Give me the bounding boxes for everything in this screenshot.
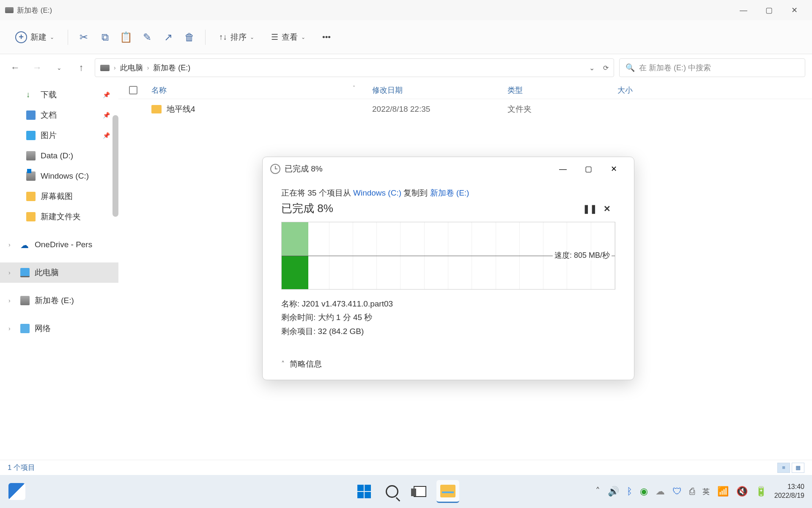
sidebar: ↓下载📌 文档📌 图片📌 Data (D:) Windows (C:) 屏幕截图… [0,81,118,460]
sidebar-documents[interactable]: 文档📌 [0,105,118,125]
sort-indicator-icon: ˄ [353,85,355,91]
item-count: 1 个项目 [8,463,35,472]
plus-icon: + [15,31,27,43]
dialog-titlebar: 已完成 8% — ▢ ✕ [263,157,634,181]
dest-link[interactable]: 新加卷 (E:) [430,188,469,197]
pin-icon: 📌 [103,112,110,119]
chevron-right-icon[interactable]: › [8,297,11,304]
address-bar[interactable]: › 此电脑 › 新加卷 (E:) ⌄ ⟳ [95,58,614,77]
pin-icon: 📌 [103,132,110,139]
sidebar-windows-c[interactable]: Windows (C:) [0,166,118,186]
nav-row: ← → ⌄ ↑ › 此电脑 › 新加卷 (E:) ⌄ ⟳ 🔍 在 新加卷 (E:… [0,54,812,81]
pause-button[interactable]: ❚❚ [582,204,598,214]
delete-button[interactable]: 🗑 [184,32,195,43]
ime-indicator[interactable]: 英 [702,487,710,497]
clock-button[interactable]: 13:40 2022/8/19 [774,483,804,500]
search-input[interactable]: 🔍 在 新加卷 (E:) 中搜索 [619,58,805,77]
folder-icon [440,485,455,497]
source-link[interactable]: Windows (C:) [353,188,401,197]
dialog-close-button[interactable]: ✕ [601,160,626,177]
chevron-right-icon[interactable]: › [8,241,11,248]
drive-icon [20,296,30,305]
rename-button[interactable]: ✎ [142,32,153,43]
paste-button[interactable]: 📋 [121,32,132,43]
icons-view-button[interactable]: ▦ [792,463,804,473]
details-view-button[interactable]: ≡ [777,463,790,473]
taskview-button[interactable] [409,480,431,503]
taskbar: ˄ 🔊 ᛒ ◉ ☁ 🛡 ⎙ 英 📶 🔇 🔋 13:40 2022/8/19 [0,475,812,508]
cancel-button[interactable]: ✕ [598,204,615,214]
drive-icon [26,171,36,181]
progress-text: 已完成 8% [281,201,582,216]
usb-icon[interactable]: ⎙ [689,486,695,497]
dialog-title: 已完成 8% [285,163,546,174]
sidebar-pictures[interactable]: 图片📌 [0,125,118,146]
select-all-checkbox[interactable] [118,86,148,94]
view-button[interactable]: ☰ 查看 ⌄ [268,28,309,46]
recent-button[interactable]: ⌄ [51,59,68,76]
onedrive-icon[interactable]: ☁ [656,486,665,497]
sidebar-downloads[interactable]: ↓下载📌 [0,85,118,105]
chevron-down-icon: ⌄ [50,34,54,40]
share-button[interactable]: ↗ [163,32,174,43]
start-button[interactable] [353,480,376,503]
sidebar-screenshots[interactable]: 屏幕截图 [0,186,118,207]
folder-icon [26,212,36,221]
explorer-taskbar-button[interactable] [436,480,459,503]
breadcrumb-drive[interactable]: 新加卷 (E:) [153,63,190,73]
cut-button[interactable]: ✂ [78,32,89,43]
pin-icon: 📌 [103,91,110,98]
sidebar-data-d[interactable]: Data (D:) [0,146,118,166]
pictures-icon [26,131,36,140]
tray-expand-button[interactable]: ˄ [595,486,600,497]
drive-icon [26,151,36,160]
chevron-down-icon[interactable]: ⌄ [589,64,595,72]
close-button[interactable]: ✕ [782,2,807,19]
column-size[interactable]: 大小 [617,85,677,95]
sidebar-this-pc[interactable]: ›此电脑 [0,262,118,283]
dialog-minimize-button[interactable]: — [550,160,576,177]
column-type[interactable]: 类型 [508,85,617,95]
maximize-button[interactable]: ▢ [756,2,782,19]
drive-icon [100,65,110,71]
forward-button[interactable]: → [29,59,46,76]
back-button[interactable]: ← [7,59,24,76]
cloud-icon: ☁ [20,240,30,249]
new-button[interactable]: + 新建 ⌄ [12,28,58,47]
widgets-button[interactable] [8,483,25,500]
sidebar-new-folder[interactable]: 新建文件夹 [0,207,118,227]
dialog-maximize-button[interactable]: ▢ [576,160,601,177]
search-icon: 🔍 [625,63,635,72]
toggle-details-button[interactable]: ˄ 简略信息 [281,359,615,370]
copy-details: 名称: J201 v1.473.411.0.part03 剩余时间: 大约 1 … [281,297,615,338]
sidebar-onedrive[interactable]: ›☁OneDrive - Pers [0,235,118,255]
security-icon[interactable]: ◉ [640,486,648,497]
sidebar-drive-e[interactable]: ›新加卷 (E:) [0,290,118,311]
copy-button[interactable]: ⧉ [99,32,110,43]
titlebar: 新加卷 (E:) — ▢ ✕ [0,0,812,20]
file-row[interactable]: 地平线4 2022/8/18 22:35 文件夹 [118,99,812,119]
search-icon [386,485,398,498]
refresh-button[interactable]: ⟳ [603,64,609,72]
search-button[interactable] [381,480,403,503]
bluetooth-icon[interactable]: ᛒ [627,486,632,497]
chevron-down-icon: ⌄ [301,34,305,40]
wifi-icon[interactable]: 📶 [717,486,729,497]
column-name[interactable]: 名称˄ [148,85,372,95]
minimize-button[interactable]: — [731,2,756,19]
sort-button[interactable]: ↑↓ 排序 ⌄ [216,28,258,46]
sidebar-network[interactable]: ›网络 [0,318,118,339]
volume-icon[interactable]: 🔊 [608,486,619,497]
chevron-down-icon: ⌄ [250,34,254,40]
more-button[interactable]: ••• [319,29,334,45]
breadcrumb-pc[interactable]: 此电脑 [120,63,143,73]
battery-icon[interactable]: 🔋 [755,486,767,497]
scrollbar[interactable] [112,115,118,217]
chevron-right-icon[interactable]: › [8,325,11,332]
defender-icon[interactable]: 🛡 [672,486,682,497]
mute-icon[interactable]: 🔇 [736,486,748,497]
column-date[interactable]: 修改日期 [372,85,508,95]
chevron-right-icon[interactable]: › [8,269,11,276]
up-button[interactable]: ↑ [73,59,90,76]
copy-description: 正在将 35 个项目从 Windows (C:) 复制到 新加卷 (E:) [281,188,615,199]
